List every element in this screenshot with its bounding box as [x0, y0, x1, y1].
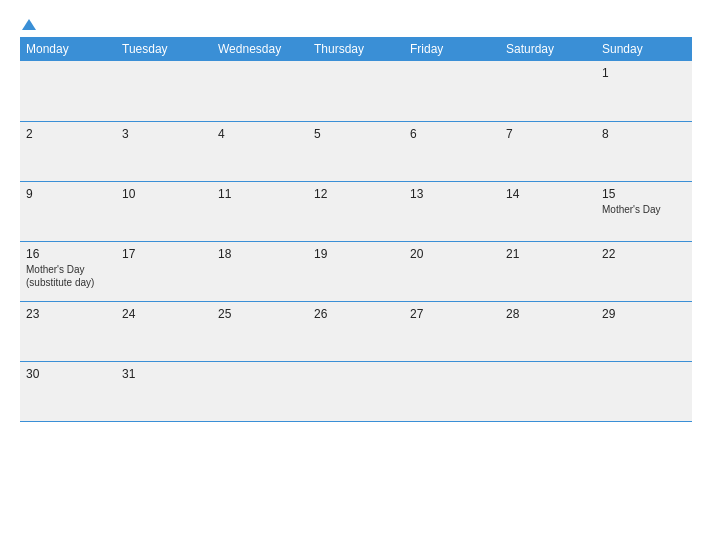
calendar-day-cell [596, 361, 692, 421]
calendar-header-row: Monday Tuesday Wednesday Thursday Friday… [20, 37, 692, 61]
calendar-day-cell: 12 [308, 181, 404, 241]
calendar-day-cell: 16Mother's Day (substitute day) [20, 241, 116, 301]
day-number: 12 [314, 187, 398, 201]
calendar-day-cell: 6 [404, 121, 500, 181]
calendar-day-cell: 21 [500, 241, 596, 301]
calendar-day-cell: 13 [404, 181, 500, 241]
day-number: 14 [506, 187, 590, 201]
day-number: 4 [218, 127, 302, 141]
calendar-table: Monday Tuesday Wednesday Thursday Friday… [20, 37, 692, 422]
calendar-day-cell: 25 [212, 301, 308, 361]
calendar-day-cell: 10 [116, 181, 212, 241]
calendar-day-cell [212, 61, 308, 121]
calendar-day-cell: 4 [212, 121, 308, 181]
day-number: 6 [410, 127, 494, 141]
day-number: 18 [218, 247, 302, 261]
day-number: 11 [218, 187, 302, 201]
day-number: 17 [122, 247, 206, 261]
calendar-day-cell [308, 361, 404, 421]
calendar-day-cell: 5 [308, 121, 404, 181]
day-number: 15 [602, 187, 686, 201]
col-monday: Monday [20, 37, 116, 61]
day-number: 31 [122, 367, 206, 381]
calendar-day-cell: 18 [212, 241, 308, 301]
day-number: 29 [602, 307, 686, 321]
day-number: 22 [602, 247, 686, 261]
day-number: 28 [506, 307, 590, 321]
calendar-week-row: 9101112131415Mother's Day [20, 181, 692, 241]
logo-triangle-icon [22, 19, 36, 30]
calendar-day-cell [500, 61, 596, 121]
col-thursday: Thursday [308, 37, 404, 61]
calendar-day-cell: 28 [500, 301, 596, 361]
day-event: Mother's Day [602, 203, 686, 216]
calendar-day-cell: 29 [596, 301, 692, 361]
day-number: 10 [122, 187, 206, 201]
calendar-day-cell: 2 [20, 121, 116, 181]
calendar-day-cell: 27 [404, 301, 500, 361]
calendar-day-cell [308, 61, 404, 121]
calendar-page: Monday Tuesday Wednesday Thursday Friday… [0, 0, 712, 550]
day-number: 30 [26, 367, 110, 381]
day-number: 1 [602, 66, 686, 80]
calendar-day-cell: 26 [308, 301, 404, 361]
calendar-day-cell: 8 [596, 121, 692, 181]
col-saturday: Saturday [500, 37, 596, 61]
calendar-day-cell: 17 [116, 241, 212, 301]
calendar-day-cell: 30 [20, 361, 116, 421]
calendar-day-cell: 23 [20, 301, 116, 361]
day-number: 9 [26, 187, 110, 201]
calendar-day-cell [212, 361, 308, 421]
col-tuesday: Tuesday [116, 37, 212, 61]
day-number: 24 [122, 307, 206, 321]
day-number: 8 [602, 127, 686, 141]
calendar-day-cell [500, 361, 596, 421]
day-number: 19 [314, 247, 398, 261]
day-number: 27 [410, 307, 494, 321]
day-number: 21 [506, 247, 590, 261]
calendar-day-cell: 20 [404, 241, 500, 301]
logo [20, 18, 38, 29]
day-number: 26 [314, 307, 398, 321]
calendar-day-cell [116, 61, 212, 121]
day-number: 23 [26, 307, 110, 321]
calendar-week-row: 3031 [20, 361, 692, 421]
calendar-day-cell [20, 61, 116, 121]
calendar-week-row: 16Mother's Day (substitute day)171819202… [20, 241, 692, 301]
calendar-day-cell: 15Mother's Day [596, 181, 692, 241]
day-event: Mother's Day (substitute day) [26, 263, 110, 289]
day-number: 3 [122, 127, 206, 141]
calendar-day-cell [404, 361, 500, 421]
day-number: 13 [410, 187, 494, 201]
col-wednesday: Wednesday [212, 37, 308, 61]
calendar-week-row: 2345678 [20, 121, 692, 181]
calendar-week-row: 1 [20, 61, 692, 121]
calendar-day-cell: 22 [596, 241, 692, 301]
calendar-header [20, 18, 692, 29]
day-number: 5 [314, 127, 398, 141]
calendar-day-cell: 31 [116, 361, 212, 421]
day-number: 25 [218, 307, 302, 321]
calendar-day-cell: 11 [212, 181, 308, 241]
day-number: 2 [26, 127, 110, 141]
calendar-day-cell: 7 [500, 121, 596, 181]
col-sunday: Sunday [596, 37, 692, 61]
day-number: 16 [26, 247, 110, 261]
calendar-day-cell: 19 [308, 241, 404, 301]
calendar-day-cell: 24 [116, 301, 212, 361]
calendar-day-cell: 3 [116, 121, 212, 181]
day-number: 20 [410, 247, 494, 261]
calendar-week-row: 23242526272829 [20, 301, 692, 361]
calendar-day-cell [404, 61, 500, 121]
day-number: 7 [506, 127, 590, 141]
calendar-day-cell: 1 [596, 61, 692, 121]
col-friday: Friday [404, 37, 500, 61]
calendar-day-cell: 9 [20, 181, 116, 241]
calendar-day-cell: 14 [500, 181, 596, 241]
